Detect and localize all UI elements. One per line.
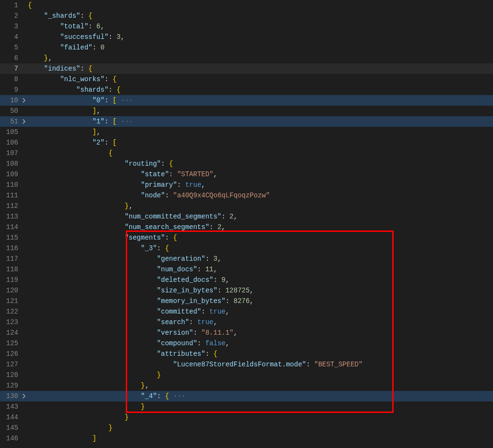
token-p: : <box>108 86 117 94</box>
token-p: , <box>234 213 238 220</box>
token-p: : <box>105 75 113 83</box>
line-number: 51 <box>0 116 20 127</box>
line-number: 123 <box>0 317 20 327</box>
line-number: 120 <box>0 285 20 296</box>
code-line[interactable]: 5 "failed": 0 <box>0 42 493 53</box>
token-p: , <box>213 318 217 326</box>
code-line[interactable]: 10 "0": [ ··· <box>0 95 493 106</box>
code-line[interactable]: 7 "indices": { <box>0 63 493 74</box>
fold-collapsed-icon[interactable] <box>20 97 28 103</box>
token-key: "node" <box>141 192 165 199</box>
code-line[interactable]: 116 "_3": { <box>0 243 493 254</box>
line-number: 119 <box>0 275 20 285</box>
token-br: { <box>169 160 173 168</box>
line-number: 107 <box>0 148 20 158</box>
code-line[interactable]: 143 } <box>0 401 493 412</box>
line-content: "2": [ <box>28 137 493 148</box>
code-line[interactable]: 110 "primary": true, <box>0 180 493 190</box>
token-num: 2 <box>229 213 233 220</box>
code-line[interactable]: 2 "_shards": { <box>0 11 493 21</box>
token-p: , <box>234 329 238 337</box>
token-num: 9 <box>221 276 225 284</box>
code-line[interactable]: 128 } <box>0 370 493 380</box>
line-number: 126 <box>0 349 20 359</box>
token-num: 8276 <box>233 297 250 305</box>
code-line[interactable]: 118 "num_docs": 11, <box>0 264 493 275</box>
token-num: 11 <box>205 266 214 273</box>
line-content: } <box>28 370 493 380</box>
token-key: "successful" <box>60 33 108 41</box>
line-content: ] <box>28 433 493 444</box>
code-line[interactable]: 126 "attributes": { <box>0 349 493 359</box>
code-line[interactable]: 112 }, <box>0 201 493 211</box>
token-p: , <box>221 223 225 231</box>
line-number: 130 <box>0 391 20 401</box>
code-line[interactable]: 9 "shards": { <box>0 85 493 95</box>
code-line[interactable]: 121 "memory_in_bytes": 8276, <box>0 296 493 306</box>
token-p: , <box>129 202 133 210</box>
line-number: 4 <box>0 32 20 42</box>
code-line[interactable]: 113 "num_committed_segments": 2, <box>0 211 493 222</box>
line-content: "search": true, <box>28 317 493 327</box>
token-p: : <box>165 234 173 242</box>
line-content: "Lucene87StoredFieldsFormat.mode": "BEST… <box>28 359 493 370</box>
code-line[interactable]: 51 "1": [ ··· <box>0 116 493 127</box>
code-line[interactable]: 115 "segments": { <box>0 232 493 243</box>
line-number: 10 <box>0 95 20 106</box>
code-line[interactable]: 8 "nlc_works": { <box>0 74 493 85</box>
token-key: "compound" <box>157 339 197 347</box>
line-number: 105 <box>0 127 20 137</box>
code-line[interactable]: 124 "version": "8.11.1", <box>0 327 493 338</box>
code-line[interactable]: 119 "deleted_docs": 9, <box>0 275 493 285</box>
line-content: "indices": { <box>28 63 493 74</box>
code-line[interactable]: 127 "Lucene87StoredFieldsFormat.mode": "… <box>0 359 493 370</box>
code-line[interactable]: 105 ], <box>0 127 493 137</box>
code-line[interactable]: 144 } <box>0 412 493 423</box>
code-line[interactable]: 4 "successful": 3, <box>0 32 493 42</box>
code-line[interactable]: 129 }, <box>0 380 493 391</box>
token-key: "committed" <box>157 308 201 315</box>
line-number: 3 <box>0 21 20 32</box>
code-line[interactable]: 145 } <box>0 423 493 433</box>
token-dots: ··· <box>117 118 133 125</box>
code-line[interactable]: 1{ <box>0 0 493 11</box>
code-line[interactable]: 122 "committed": true, <box>0 306 493 317</box>
token-p: : <box>209 223 217 231</box>
code-line[interactable]: 117 "generation": 3, <box>0 254 493 264</box>
code-line[interactable]: 120 "size_in_bytes": 128725, <box>0 285 493 296</box>
token-br: { <box>28 1 32 9</box>
code-line[interactable]: 123 "search": true, <box>0 317 493 327</box>
line-number: 145 <box>0 423 20 433</box>
line-number: 113 <box>0 211 20 222</box>
line-content: "deleted_docs": 9, <box>28 275 493 285</box>
code-line[interactable]: 107 { <box>0 148 493 158</box>
code-line[interactable]: 3 "total": 6, <box>0 21 493 32</box>
line-number: 110 <box>0 180 20 190</box>
code-line[interactable]: 125 "compound": false, <box>0 338 493 349</box>
token-num: 3 <box>213 255 217 263</box>
line-content: }, <box>28 380 493 391</box>
token-num: 3 <box>117 33 120 41</box>
code-line[interactable]: 6 }, <box>0 53 493 63</box>
token-p: : <box>108 33 117 41</box>
code-line[interactable]: 106 "2": [ <box>0 137 493 148</box>
line-content: "size_in_bytes": 128725, <box>28 285 493 296</box>
fold-collapsed-icon[interactable] <box>20 393 28 399</box>
code-line[interactable]: 111 "node": "a40Q9x4CQo6qLFqoqzPozw" <box>0 190 493 201</box>
token-str: "BEST_SPEED" <box>314 361 363 368</box>
token-br: { <box>112 75 117 83</box>
code-line[interactable]: 50 ], <box>0 106 493 116</box>
code-line[interactable]: 130 "_4": { ··· <box>0 391 493 401</box>
token-p: : <box>105 97 113 104</box>
line-content: } <box>28 401 493 412</box>
code-line[interactable]: 114 "num_search_segments": 2, <box>0 222 493 232</box>
code-line[interactable]: 109 "state": "STARTED", <box>0 169 493 180</box>
token-p: : <box>189 318 197 326</box>
code-line[interactable]: 146 ] <box>0 433 493 444</box>
token-p: : <box>197 266 205 273</box>
code-line[interactable]: 108 "routing": { <box>0 158 493 169</box>
fold-collapsed-icon[interactable] <box>20 119 28 124</box>
code-editor[interactable]: 1{2 "_shards": {3 "total": 6,4 "successf… <box>0 0 493 444</box>
line-number: 144 <box>0 412 20 423</box>
token-p: : <box>306 361 314 368</box>
